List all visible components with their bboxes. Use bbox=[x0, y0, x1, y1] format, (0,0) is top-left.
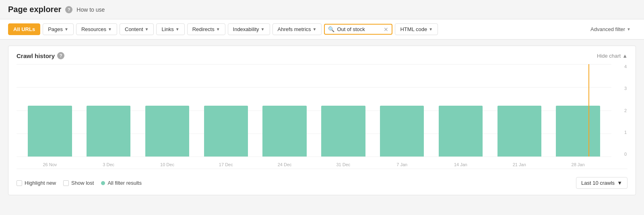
search-box: 🔍 ✕ bbox=[324, 24, 392, 35]
header-bar: Page explorer ? How to use bbox=[0, 0, 644, 19]
current-date-line bbox=[588, 64, 589, 157]
chart-footer: Highlight new Show lost All filter resul… bbox=[17, 175, 627, 189]
bar-group-1 bbox=[79, 64, 138, 157]
bar-group-5 bbox=[314, 64, 373, 157]
bar-group-8 bbox=[490, 64, 549, 157]
search-icon: 🔍 bbox=[328, 26, 334, 32]
all-filter-results-dot bbox=[101, 181, 105, 185]
show-lost-label: Show lost bbox=[71, 180, 94, 186]
x-label-9: 28 Jan bbox=[549, 162, 607, 169]
show-lost-item[interactable]: Show lost bbox=[63, 180, 94, 186]
y-label-3: 3 bbox=[613, 86, 627, 91]
toolbar: All URLs Pages ▼ Resources ▼ Content ▼ L… bbox=[0, 19, 644, 40]
page-title: Page explorer bbox=[8, 5, 61, 14]
y-label-2: 2 bbox=[613, 108, 627, 113]
y-label-4: 4 bbox=[613, 64, 627, 69]
highlight-new-checkbox[interactable] bbox=[17, 180, 22, 186]
chart-title-container: Crawl history ? bbox=[17, 52, 64, 59]
content-chevron-icon: ▼ bbox=[145, 27, 149, 31]
bar-group-3 bbox=[196, 64, 255, 157]
ahrefs-chevron-icon: ▼ bbox=[313, 27, 317, 31]
grid-line-0 bbox=[17, 157, 611, 157]
how-to-use-link[interactable]: How to use bbox=[76, 6, 105, 13]
html-code-button[interactable]: HTML code ▼ bbox=[395, 23, 438, 35]
chart-title-text: Crawl history bbox=[17, 52, 55, 59]
hide-chart-button[interactable]: Hide chart ▲ bbox=[597, 53, 627, 59]
x-label-4: 24 Dec bbox=[255, 162, 314, 169]
bar-2 bbox=[145, 106, 189, 157]
bar-group-7 bbox=[431, 64, 490, 157]
bar-8 bbox=[497, 106, 541, 157]
chart-header: Crawl history ? Hide chart ▲ bbox=[17, 52, 627, 59]
x-label-0: 26 Nov bbox=[21, 162, 79, 169]
main-content: Crawl history ? Hide chart ▲ 4 3 2 1 0 bbox=[8, 46, 636, 195]
show-lost-checkbox[interactable] bbox=[63, 180, 69, 186]
bar-group-0 bbox=[21, 64, 79, 157]
hide-chart-chevron-icon: ▲ bbox=[622, 53, 627, 59]
y-label-1: 1 bbox=[613, 130, 627, 135]
bar-group-2 bbox=[138, 64, 197, 157]
help-icon[interactable]: ? bbox=[65, 6, 72, 13]
crawls-dropdown-button[interactable]: Last 10 crawls ▼ bbox=[576, 177, 627, 189]
bar-9 bbox=[556, 106, 600, 157]
search-clear-icon[interactable]: ✕ bbox=[384, 27, 388, 32]
x-label-1: 3 Dec bbox=[79, 162, 138, 169]
bar-3 bbox=[204, 106, 248, 157]
chart-help-icon[interactable]: ? bbox=[57, 52, 64, 59]
bar-5 bbox=[321, 106, 365, 157]
bar-group-9 bbox=[549, 64, 607, 157]
x-label-7: 14 Jan bbox=[431, 162, 490, 169]
advanced-filter-button[interactable]: Advanced filter ▼ bbox=[585, 23, 636, 35]
advanced-filter-chevron-icon: ▼ bbox=[627, 27, 631, 31]
highlight-new-item[interactable]: Highlight new bbox=[17, 180, 56, 186]
x-label-8: 21 Jan bbox=[490, 162, 549, 169]
indexability-button[interactable]: Indexability ▼ bbox=[228, 23, 270, 35]
all-urls-button[interactable]: All URLs bbox=[8, 23, 40, 35]
all-filter-results-item: All filter results bbox=[101, 180, 142, 186]
x-axis-labels: 26 Nov 3 Dec 10 Dec 17 Dec 24 Dec 31 Dec… bbox=[17, 157, 611, 169]
bar-1 bbox=[87, 106, 130, 157]
bar-group-6 bbox=[373, 64, 431, 157]
search-input[interactable] bbox=[337, 26, 381, 32]
ahrefs-metrics-button[interactable]: Ahrefs metrics ▼ bbox=[272, 23, 322, 35]
redirects-chevron-icon: ▼ bbox=[216, 27, 220, 31]
chart-container: 4 3 2 1 0 bbox=[17, 64, 627, 169]
bar-0 bbox=[28, 106, 72, 157]
bar-6 bbox=[380, 106, 424, 157]
y-label-0: 0 bbox=[613, 152, 627, 157]
x-label-5: 31 Dec bbox=[314, 162, 373, 169]
bars-area bbox=[17, 64, 611, 157]
bar-group-4 bbox=[255, 64, 314, 157]
x-label-3: 17 Dec bbox=[196, 162, 255, 169]
chart-legend: Highlight new Show lost All filter resul… bbox=[17, 180, 142, 186]
pages-button[interactable]: Pages ▼ bbox=[43, 23, 74, 35]
x-label-6: 7 Jan bbox=[373, 162, 431, 169]
resources-chevron-icon: ▼ bbox=[108, 27, 112, 31]
crawls-dropdown-chevron-icon: ▼ bbox=[617, 180, 622, 186]
bar-7 bbox=[439, 106, 483, 157]
pages-chevron-icon: ▼ bbox=[64, 27, 68, 31]
redirects-button[interactable]: Redirects ▼ bbox=[187, 23, 225, 35]
x-label-2: 10 Dec bbox=[138, 162, 197, 169]
indexability-chevron-icon: ▼ bbox=[261, 27, 265, 31]
y-axis-labels: 4 3 2 1 0 bbox=[613, 64, 627, 157]
content-button[interactable]: Content ▼ bbox=[120, 23, 154, 35]
resources-button[interactable]: Resources ▼ bbox=[76, 23, 117, 35]
html-code-chevron-icon: ▼ bbox=[429, 27, 433, 31]
bar-4 bbox=[262, 106, 306, 157]
links-button[interactable]: Links ▼ bbox=[156, 23, 184, 35]
highlight-new-label: Highlight new bbox=[25, 180, 56, 186]
crawls-dropdown-label: Last 10 crawls bbox=[581, 180, 615, 186]
all-filter-results-label: All filter results bbox=[107, 180, 142, 186]
links-chevron-icon: ▼ bbox=[175, 27, 180, 31]
